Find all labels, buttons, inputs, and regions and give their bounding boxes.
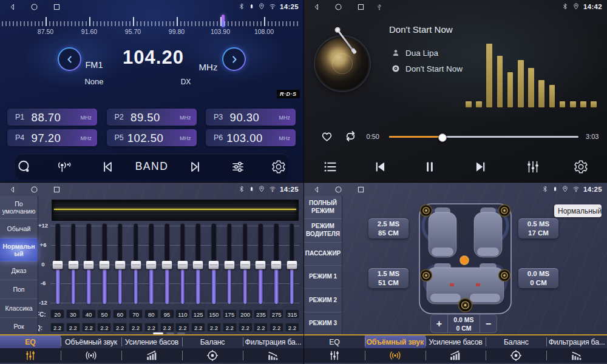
eq-slider-knob[interactable] (271, 261, 282, 269)
q-value[interactable]: 2.2 (50, 323, 64, 332)
subwoofer-icon[interactable] (459, 298, 472, 312)
tab-balance[interactable]: Баланс (486, 335, 546, 348)
speaker-front-left-icon[interactable] (421, 205, 432, 217)
fc-value[interactable]: 150 (207, 309, 221, 318)
eq-band-slider[interactable] (50, 224, 65, 304)
broadcast-icon[interactable] (56, 159, 72, 175)
listener-position-dot[interactable] (460, 256, 469, 265)
eq-preset-5[interactable]: Поп (0, 280, 38, 299)
eq-band-slider[interactable] (175, 224, 190, 304)
q-value[interactable]: 2.2 (113, 323, 127, 332)
tab-filter-icon-cell[interactable] (546, 348, 607, 363)
nav-back-icon[interactable] (8, 2, 17, 12)
eq-band-slider[interactable] (191, 224, 205, 304)
tab-balance-icon-cell[interactable] (486, 348, 546, 363)
q-value[interactable]: 2.2 (144, 323, 158, 332)
fc-value[interactable]: 50 (97, 309, 111, 318)
speaker-front-right-icon[interactable] (499, 205, 510, 217)
settings-icon[interactable] (573, 159, 589, 175)
mode-5[interactable]: РЕЖИМ 2 (304, 289, 342, 312)
q-value[interactable]: 2.2 (254, 323, 268, 332)
eq-preset-2[interactable]: Обычай (0, 219, 38, 238)
repeat-button[interactable] (343, 129, 358, 144)
mode-4[interactable]: РЕЖИМ 1 (304, 266, 342, 289)
tab-surround-icon-cell[interactable] (61, 348, 121, 363)
tab-eqsliders-icon-cell[interactable] (304, 348, 365, 363)
eq-slider-knob[interactable] (162, 261, 172, 269)
tab-surround-icon-cell[interactable] (365, 348, 426, 363)
eq-slider-knob[interactable] (193, 261, 203, 269)
frequency-scale[interactable] (0, 15, 304, 28)
band-button[interactable]: BAND (129, 160, 175, 173)
radio-preset-P6[interactable]: P6103.00MHz (206, 129, 296, 146)
tab-surround[interactable]: Объёмный звук (365, 335, 426, 348)
mode-6[interactable]: РЕЖИМ 3 (304, 312, 342, 335)
eq-preset-4[interactable]: Джаз (0, 261, 38, 280)
tune-down-button[interactable] (58, 47, 81, 71)
delay-rear-left-button[interactable]: 1.5 MS 51 CM (368, 268, 409, 288)
playlist-icon[interactable] (322, 159, 338, 175)
nav-home-icon[interactable] (334, 2, 343, 12)
nav-back-icon[interactable] (312, 185, 321, 194)
eq-slider-knob[interactable] (177, 261, 188, 269)
mode-3[interactable]: ПАССАЖИР (304, 243, 342, 266)
speaker-rear-left-icon[interactable] (421, 270, 432, 281)
fc-value[interactable]: 125 (191, 309, 205, 318)
eq-slider-knob[interactable] (256, 261, 266, 269)
tab-eqsliders[interactable]: EQ (0, 335, 61, 348)
delay-front-right-button[interactable]: 0.5 MS 17 CM (518, 218, 558, 238)
eq-band-slider[interactable] (285, 224, 299, 304)
tab-bass[interactable]: Усиление басов (426, 335, 486, 348)
tab-filter[interactable]: Фильтрация ба... (243, 335, 304, 348)
progress-bar[interactable] (389, 136, 578, 138)
tab-filter-icon-cell[interactable] (243, 348, 304, 363)
tab-eqsliders[interactable]: EQ (304, 335, 365, 348)
nav-home-icon[interactable] (30, 2, 39, 12)
scan-icon[interactable] (16, 159, 32, 175)
eq-band-slider[interactable] (81, 224, 96, 304)
fc-value[interactable]: 60 (113, 309, 127, 318)
tune-up-button[interactable] (222, 47, 246, 71)
eq-band-slider[interactable] (129, 224, 143, 304)
eq-slider-knob[interactable] (209, 261, 219, 269)
eq-preset-3[interactable]: Нормальный (0, 238, 38, 261)
profile-button[interactable]: Нормальный (554, 204, 602, 217)
q-value[interactable]: 2.2 (270, 323, 283, 332)
fc-value[interactable]: 175 (223, 309, 237, 318)
fc-value[interactable]: 315 (285, 309, 299, 318)
q-value[interactable]: 2.2 (175, 323, 189, 332)
q-value[interactable]: 2.2 (223, 323, 237, 332)
q-value[interactable]: 2.2 (66, 323, 80, 332)
delay-increase-button[interactable]: + (431, 315, 447, 332)
fc-value[interactable]: 200 (239, 309, 253, 318)
next-track-icon[interactable] (473, 159, 489, 175)
fc-value[interactable]: 30 (66, 309, 80, 318)
eq-slider-knob[interactable] (68, 261, 78, 269)
pause-icon[interactable] (422, 159, 438, 175)
fc-value[interactable]: 80 (144, 309, 158, 318)
tab-filter[interactable]: Фильтрация ба... (546, 335, 607, 348)
tab-balance-icon-cell[interactable] (182, 348, 243, 363)
audio-settings-icon[interactable] (230, 159, 246, 175)
nav-back-icon[interactable] (312, 2, 321, 12)
tab-bass-icon-cell[interactable] (121, 348, 182, 363)
q-value[interactable]: 2.2 (285, 323, 299, 332)
nav-recents-icon[interactable] (52, 185, 61, 194)
eq-band-slider[interactable] (66, 224, 81, 304)
eq-slider-knob[interactable] (53, 261, 63, 269)
tab-bass-icon-cell[interactable] (426, 348, 486, 363)
tab-eqsliders-icon-cell[interactable] (0, 348, 61, 363)
fc-value[interactable]: 40 (82, 309, 96, 318)
eq-slider-knob[interactable] (146, 261, 157, 269)
eq-band-slider[interactable] (222, 224, 237, 304)
fc-value[interactable]: 110 (175, 309, 189, 318)
fc-value[interactable]: 20 (50, 309, 64, 318)
speaker-rear-right-icon[interactable] (499, 270, 510, 281)
eq-slider-knob[interactable] (115, 261, 125, 269)
q-value[interactable]: 2.2 (129, 323, 143, 332)
radio-preset-P3[interactable]: P390.30MHz (206, 109, 296, 126)
q-value[interactable]: 2.2 (97, 323, 111, 332)
eq-band-slider[interactable] (113, 224, 127, 304)
q-value[interactable]: 2.2 (160, 323, 174, 332)
eq-band-slider[interactable] (144, 224, 158, 304)
